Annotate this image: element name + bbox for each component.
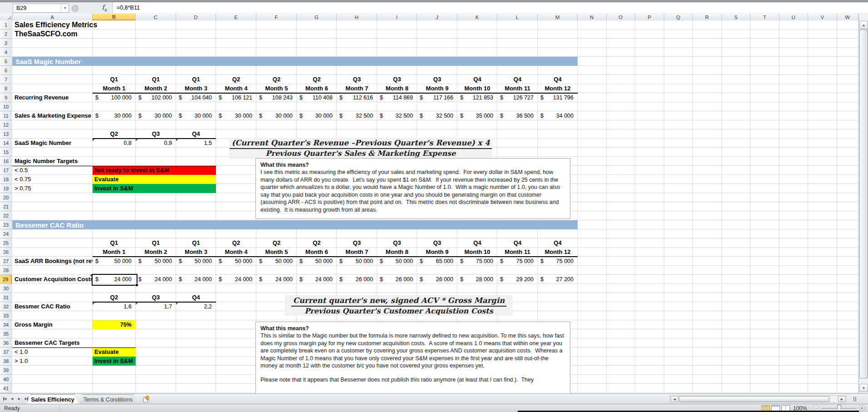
cell-H29[interactable]: $26 000 <box>337 275 377 284</box>
row-header-38[interactable]: 38 <box>0 357 12 366</box>
target-threshold[interactable]: > 0.75 <box>12 184 93 193</box>
cell-K29[interactable]: $28 000 <box>457 275 497 284</box>
column-header-F[interactable]: F <box>256 14 297 20</box>
cell-L9[interactable]: $126 727 <box>497 93 538 102</box>
scroll-up-icon[interactable]: ▲ <box>859 21 868 29</box>
row-label[interactable]: SaaS ARR Bookings (not reve <box>12 257 93 266</box>
quarter-header[interactable]: Q2 <box>297 238 337 248</box>
cell-J27[interactable]: $65 000 <box>417 257 457 266</box>
column-header-G[interactable]: G <box>297 14 337 20</box>
tab-sales-efficiency[interactable]: Sales Efficiency <box>27 394 78 404</box>
target-band[interactable]: Evaluate <box>93 175 216 184</box>
row-header-6[interactable]: 6 <box>0 66 12 75</box>
metric-value[interactable]: 0,8 <box>93 139 136 148</box>
column-header-V[interactable]: V <box>808 14 837 20</box>
quarter-header[interactable]: Q2 <box>216 238 256 248</box>
cac-ratio-formula-box[interactable]: Current quarter's new, signed ACV * Gros… <box>285 295 513 316</box>
metric-label[interactable]: SaaS Magic Number <box>12 139 93 148</box>
row-header-31[interactable]: 31 <box>0 293 12 302</box>
quarter-header[interactable]: Q1 <box>136 75 176 84</box>
column-header-M[interactable]: M <box>538 14 578 20</box>
column-header-A[interactable]: A <box>12 14 93 20</box>
quarter-header[interactable]: Q3 <box>377 75 417 84</box>
month-header[interactable]: Month 2 <box>136 84 176 93</box>
column-header-E[interactable]: E <box>216 14 256 20</box>
cell-I27[interactable]: $50 000 <box>377 257 417 266</box>
quarter-header[interactable]: Q3 <box>417 238 457 248</box>
month-header[interactable]: Month 11 <box>497 84 538 93</box>
metric-quarter-header[interactable]: Q4 <box>176 129 216 139</box>
row-header-21[interactable]: 21 <box>0 202 12 211</box>
month-header[interactable]: Month 10 <box>457 248 497 257</box>
next-sheet-icon[interactable]: ▶ <box>16 396 22 402</box>
cac-ratio-note-box[interactable]: What this means? This is similar to the … <box>255 322 570 393</box>
row-label[interactable]: Recurring Revenue <box>12 93 93 102</box>
column-header-D[interactable]: D <box>176 14 216 20</box>
cell-E27[interactable]: $50 000 <box>216 257 256 266</box>
month-header[interactable]: Month 12 <box>538 84 578 93</box>
doc-title[interactable]: TheSaaSCFO.com <box>12 30 256 39</box>
quarter-header[interactable]: Q4 <box>497 238 538 248</box>
cell-L29[interactable]: $29 200 <box>497 275 538 284</box>
column-header-B[interactable]: B <box>93 14 136 20</box>
insert-function-icon[interactable]: fx <box>99 4 110 12</box>
row-header-11[interactable]: 11 <box>0 111 12 120</box>
metric-value[interactable]: 0,9 <box>136 139 176 148</box>
column-header-U[interactable]: U <box>780 14 809 20</box>
metric-label[interactable]: Bessmer CAC Ratio <box>12 302 93 311</box>
cell-E29[interactable]: $24 000 <box>216 275 256 284</box>
row-header-29[interactable]: 29 <box>0 275 12 284</box>
row-header-2[interactable]: 2 <box>0 30 12 39</box>
cell-M11[interactable]: $34 000 <box>538 111 578 120</box>
month-header[interactable]: Month 4 <box>216 84 256 93</box>
cell-B9[interactable]: $100 000 <box>93 93 136 102</box>
cell-K27[interactable]: $75 000 <box>457 257 497 266</box>
target-threshold[interactable]: > 1.0 <box>12 357 93 366</box>
row-header-30[interactable]: 30 <box>0 284 12 293</box>
quarter-header[interactable]: Q1 <box>93 75 136 84</box>
sheet-grid[interactable]: (Current Quarter's Revenue –Previous Qua… <box>12 20 858 393</box>
month-header[interactable]: Month 7 <box>337 84 377 93</box>
column-header-S[interactable]: S <box>722 14 751 20</box>
formula-input[interactable]: =0,8*B11 <box>113 2 868 13</box>
row-header-4[interactable]: 4 <box>0 48 12 57</box>
month-header[interactable]: Month 11 <box>497 248 538 257</box>
horizontal-scroll-thumb[interactable] <box>679 396 829 402</box>
month-header[interactable]: Month 1 <box>93 84 136 93</box>
quarter-header[interactable]: Q1 <box>136 238 176 248</box>
cell-J29[interactable]: $26 000 <box>417 275 457 284</box>
cell-G11[interactable]: $30 000 <box>297 111 337 120</box>
quarter-header[interactable]: Q4 <box>538 238 578 248</box>
target-band[interactable]: Not ready to invest in S&M <box>93 166 216 175</box>
row-header-22[interactable]: 22 <box>0 211 12 220</box>
month-header[interactable]: Month 1 <box>93 248 136 257</box>
cell-B11[interactable]: $30 000 <box>93 111 136 120</box>
row-header-32[interactable]: 32 <box>0 302 12 311</box>
metric-value[interactable]: 1,6 <box>93 302 136 311</box>
target-threshold[interactable]: < 1.0 <box>12 347 93 357</box>
row-header-26[interactable]: 26 <box>0 248 12 257</box>
insert-worksheet-icon[interactable] <box>141 396 151 402</box>
row-header-8[interactable]: 8 <box>0 84 12 93</box>
row-header-20[interactable]: 20 <box>0 193 12 202</box>
row-header-40[interactable]: 40 <box>0 375 12 384</box>
row-header-39[interactable]: 39 <box>0 366 12 375</box>
target-threshold[interactable]: < 0.75 <box>12 175 93 184</box>
row-header-1[interactable]: 1 <box>0 20 12 30</box>
cell-G29[interactable]: $24 000 <box>297 275 337 284</box>
chevron-down-icon[interactable]: ▼ <box>61 4 69 12</box>
section-header[interactable]: Bessemer CAC Ratio <box>12 220 578 229</box>
metric-quarter-header[interactable]: Q3 <box>136 129 176 139</box>
column-header-O[interactable]: O <box>607 14 636 20</box>
month-header[interactable]: Month 12 <box>538 248 578 257</box>
quarter-header[interactable]: Q2 <box>256 238 297 248</box>
row-header-13[interactable]: 13 <box>0 129 12 139</box>
cell-G27[interactable]: $50 000 <box>297 257 337 266</box>
metric-value[interactable]: 1,5 <box>176 139 216 148</box>
quarter-header[interactable]: Q3 <box>337 75 377 84</box>
cell-E9[interactable]: $106 121 <box>216 93 256 102</box>
quarter-header[interactable]: Q3 <box>377 238 417 248</box>
column-header-R[interactable]: R <box>693 14 722 20</box>
column-header-P[interactable]: P <box>635 14 664 20</box>
month-header[interactable]: Month 10 <box>457 84 497 93</box>
